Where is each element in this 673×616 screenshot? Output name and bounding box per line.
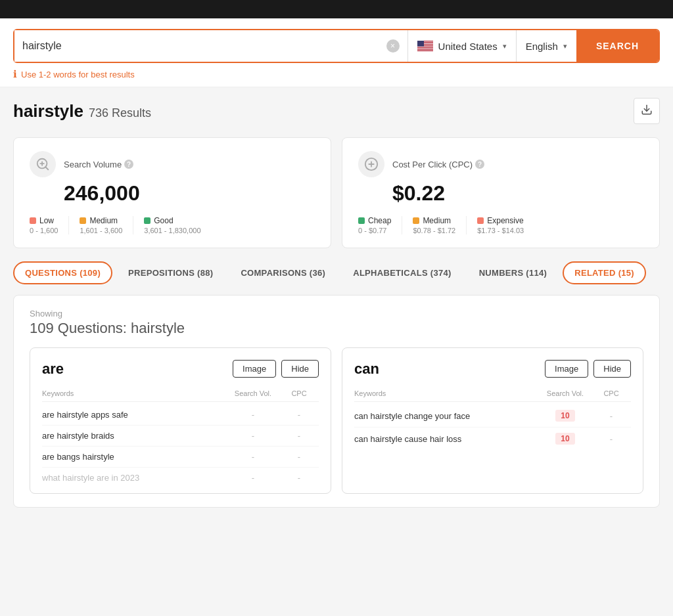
legend-expensive-label: Expensive — [487, 216, 523, 225]
col-keywords-label-can: Keywords — [354, 389, 539, 397]
cpc-can-face: - — [592, 411, 631, 421]
legend-low-range: 0 - 1,600 — [30, 227, 58, 234]
table-row: what hairstyle are in 2023 - - — [42, 468, 319, 488]
vol-badge: 10 — [555, 410, 574, 422]
cpc-value: $0.22 — [392, 181, 643, 206]
search-volume-icon — [30, 151, 56, 177]
questions-keyword: hairstyle — [131, 320, 185, 336]
tab-comparisons[interactable]: COMPARISONS (36) — [229, 261, 337, 284]
svg-rect-10 — [417, 49, 433, 49]
search-bar: × United States ▾ — [13, 29, 660, 63]
search-volume-header: Search Volume ? — [30, 151, 315, 177]
vol-can-face: 10 — [539, 410, 592, 422]
legend-medium-dot — [80, 217, 86, 224]
legend-low-dot — [30, 217, 36, 224]
results-count: 736 Results — [89, 106, 151, 120]
card-are-hide-button[interactable]: Hide — [281, 360, 319, 378]
search-volume-value: 246,000 — [64, 181, 315, 206]
tab-numbers[interactable]: NUMBERS (114) — [467, 261, 559, 284]
tab-alphabeticals[interactable]: ALPHABETICALS (374) — [341, 261, 463, 284]
kw-can-face: can hairstyle change your face — [354, 411, 539, 421]
card-can-hide-button[interactable]: Hide — [593, 360, 631, 378]
col-cpc-label: CPC — [279, 389, 319, 397]
country-selector[interactable]: United States ▾ — [408, 30, 516, 62]
metrics-row: Search Volume ? 246,000 Low 0 - 1,600 — [13, 137, 660, 248]
svg-rect-13 — [417, 41, 424, 47]
legend-low: Low 0 - 1,600 — [30, 216, 69, 234]
table-row: can hairstyle change your face 10 - — [354, 405, 631, 428]
cpc-are-2023: - — [279, 473, 319, 483]
legend-cheap: Cheap 0 - $0.77 — [358, 216, 402, 234]
legend-cpc-medium: Medium $0.78 - $1.72 — [413, 216, 467, 234]
cpc-header: Cost Per Click (CPC) ? — [358, 151, 643, 177]
cpc-card: Cost Per Click (CPC) ? $0.22 Cheap 0 - $… — [342, 137, 660, 248]
questions-count: 109 Questions: — [30, 320, 127, 336]
results-header: hairstyle 736 Results — [13, 98, 660, 124]
vol-are-braids: - — [227, 431, 279, 441]
svg-rect-8 — [417, 47, 433, 48]
language-selector[interactable]: English ▾ — [516, 30, 576, 62]
search-volume-label: Search Volume ? — [64, 160, 133, 169]
cpc-are-bangs: - — [279, 452, 319, 462]
legend-cpc-medium-range: $0.78 - $1.72 — [413, 227, 455, 234]
legend-cpc-medium-dot — [413, 217, 419, 224]
card-are-table-header: Keywords Search Vol. CPC — [42, 387, 319, 402]
hint-icon: ℹ — [13, 68, 17, 80]
legend-good: Good 3,601 - 1,830,000 — [144, 216, 211, 234]
kw-can-hair: can hairstyle cause hair loss — [354, 434, 539, 444]
vol-are-2023: - — [227, 473, 279, 483]
tabs-row: QUESTIONS (109) PREPOSITIONS (88) COMPAR… — [13, 261, 660, 284]
vol-badge: 10 — [555, 433, 574, 445]
cpc-help-icon[interactable]: ? — [475, 160, 484, 169]
table-row: are hairstyle braids - - — [42, 426, 319, 447]
kw-are-bangs: are bangs hairstyle — [42, 452, 227, 462]
search-volume-card: Search Volume ? 246,000 Low 0 - 1,600 — [13, 137, 331, 248]
cpc-icon — [358, 151, 384, 177]
tab-questions[interactable]: QUESTIONS (109) — [13, 261, 112, 284]
card-can-word: can — [354, 361, 379, 378]
svg-rect-11 — [417, 50, 433, 51]
legend-expensive-dot — [477, 217, 484, 224]
country-chevron-icon: ▾ — [503, 42, 507, 51]
kw-are-braids: are hairstyle braids — [42, 431, 227, 441]
download-button[interactable] — [634, 98, 660, 124]
search-volume-legend: Low 0 - 1,600 Medium 1,601 - 3,600 Good — [30, 216, 315, 234]
hint-text: Use 1-2 words for best results — [21, 70, 135, 79]
clear-button[interactable]: × — [386, 39, 400, 53]
vol-are-bangs: - — [227, 452, 279, 462]
showing-label: Showing — [30, 309, 643, 319]
search-section: × United States ▾ — [0, 18, 673, 87]
legend-good-label: Good — [154, 216, 173, 225]
cpc-can-hair: - — [592, 434, 631, 444]
search-volume-help-icon[interactable]: ? — [124, 160, 133, 169]
cpc-are-apps: - — [279, 410, 319, 420]
hint-bar: ℹ Use 1-2 words for best results — [13, 68, 660, 80]
tab-related[interactable]: RELATED (15) — [563, 261, 646, 284]
vol-can-hair: 10 — [539, 433, 592, 445]
cpc-legend: Cheap 0 - $0.77 Medium $0.78 - $1.72 Exp… — [358, 216, 643, 234]
search-button[interactable]: SEARCH — [576, 30, 659, 62]
tab-prepositions[interactable]: PREPOSITIONS (88) — [116, 261, 225, 284]
card-can-table-header: Keywords Search Vol. CPC — [354, 387, 631, 402]
questions-title: 109 Questions: hairstyle — [30, 320, 643, 337]
legend-cheap-label: Cheap — [368, 216, 391, 225]
legend-expensive: Expensive $1.73 - $14.03 — [477, 216, 534, 234]
card-are-word: are — [42, 361, 64, 378]
questions-grid: are Image Hide Keywords Search Vol. CPC … — [30, 347, 643, 494]
legend-expensive-range: $1.73 - $14.03 — [477, 227, 524, 234]
main-content: hairstyle 736 Results — [0, 87, 673, 518]
legend-cheap-range: 0 - $0.77 — [358, 227, 391, 234]
svg-rect-7 — [417, 47, 433, 47]
legend-medium: Medium 1,601 - 3,600 — [80, 216, 133, 234]
card-can-image-button[interactable]: Image — [545, 360, 588, 378]
table-row: can hairstyle cause hair loss 10 - — [354, 428, 631, 450]
table-row: are bangs hairstyle - - — [42, 447, 319, 468]
legend-cpc-medium-label: Medium — [423, 216, 451, 225]
col-cpc-label-can: CPC — [592, 389, 631, 397]
card-can-actions: Image Hide — [545, 360, 631, 378]
search-input[interactable] — [22, 40, 383, 52]
legend-low-label: Low — [39, 216, 54, 225]
card-are-image-button[interactable]: Image — [233, 360, 276, 378]
table-row: are hairstyle apps safe - - — [42, 405, 319, 426]
question-card-are: are Image Hide Keywords Search Vol. CPC … — [30, 347, 331, 494]
